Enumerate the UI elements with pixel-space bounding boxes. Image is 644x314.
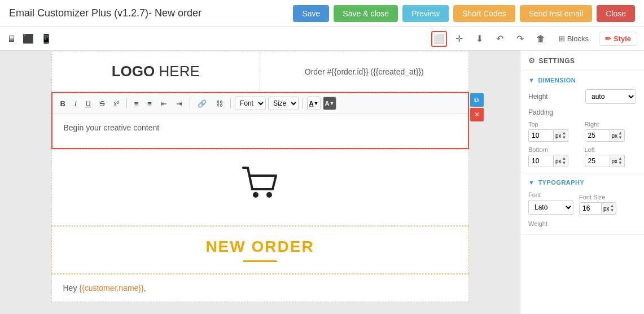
typography-section: ▼ TYPOGRAPHY Font Lato Font Size [520,173,644,235]
indent-increase-button[interactable]: ⇥ [173,98,186,109]
typography-subsection: ▼ TYPOGRAPHY Font Lato Font Size [520,173,644,234]
padding-left-label: Left [585,146,637,153]
padding-label: Padding [528,108,636,116]
tab-blocks[interactable]: ⊞ Blocks [553,32,594,45]
unlink-button[interactable]: ⛓ [212,98,226,109]
dimension-subsection: ▼ DIMENSION Height auto Padding Top [520,71,644,173]
height-row: Height auto [528,89,636,104]
padding-bottom-item: Bottom px ▲ ▼ [528,146,580,167]
block-copy-icon[interactable]: ⧉ [470,93,484,107]
preview-button[interactable]: Preview [402,5,449,22]
font-family-select[interactable]: Lato [528,200,573,215]
padding-grid: Top px ▲ ▼ [528,121,636,167]
mobile-icon[interactable]: 📱 [41,33,52,44]
top-bar: Email Customizer Plus (v1.2.7)- New orde… [0,0,644,27]
padding-top-input[interactable] [528,129,554,142]
new-order-underline [243,260,277,262]
size-select[interactable]: Size [268,97,299,110]
toolbar-separator-4 [303,98,303,108]
padding-right-item: Right px ▲ ▼ [585,121,637,142]
customer-text: Hey {{customer.name}}, [63,284,457,293]
customer-name-var: {{customer.name}} [79,284,143,293]
padding-bottom-down[interactable]: ▼ [562,161,567,165]
edit-tools: ⬜ ✛ ⬇ ↶ ↷ 🗑 ⊞ Blocks ✏ Style [431,31,637,47]
font-row: Font Lato Font Size px ▲ [528,191,636,215]
panel-tabs: ⊞ Blocks ✏ Style [553,32,637,46]
font-size-input[interactable] [579,202,602,215]
padding-right-input[interactable] [585,129,610,142]
padding-top-down[interactable]: ▼ [562,136,567,140]
delete-tool[interactable]: 🗑 [533,31,549,47]
chevron-down-icon: ▼ [528,77,535,84]
typography-header[interactable]: ▼ TYPOGRAPHY [528,179,636,186]
padding-top-unit: px ▲ ▼ [554,129,568,142]
gear-icon: ⚙ [528,56,536,65]
padding-top-item: Top px ▲ ▼ [528,121,580,142]
cart-section [51,149,469,226]
email-top-row: LOGO HERE Order #{{order.id}} ({{created… [51,51,469,92]
font-color-button[interactable]: A ▼ [307,97,321,110]
padding-right-down[interactable]: ▼ [618,136,623,140]
redo-tool[interactable]: ↷ [512,31,528,47]
height-select[interactable]: auto [585,89,636,104]
superscript-button[interactable]: x² [111,99,122,108]
device-bar: 🖥 ⬛ 📱 ⬜ ✛ ⬇ ↶ ↷ 🗑 ⊞ Blocks ✏ Style [0,27,644,51]
padding-bottom-label: Bottom [528,146,580,153]
close-button[interactable]: Close [597,5,635,22]
email-container: LOGO HERE Order #{{order.id}} ({{created… [51,51,469,302]
new-order-title: NEW ORDER [63,238,457,256]
strikethrough-button[interactable]: S [97,98,108,109]
short-codes-button[interactable]: Short Codes [453,5,515,22]
text-toolbar: B I U S x² ≡ ≡ ⇤ ⇥ 🔗 ⛓ Font [52,93,468,114]
italic-button[interactable]: I [71,98,80,109]
font-size-down[interactable]: ▼ [610,208,615,213]
dimension-header[interactable]: ▼ DIMENSION [528,77,636,84]
new-order-section: NEW ORDER [51,226,469,274]
customer-section: Hey {{customer.name}}, [51,274,469,302]
indent-decrease-button[interactable]: ⇤ [157,98,170,109]
blocks-grid-icon: ⊞ [559,34,565,43]
selection-tool[interactable]: ⬜ [431,31,447,47]
undo-tool[interactable]: ↶ [492,31,508,47]
link-button[interactable]: 🔗 [194,98,210,109]
padding-left-down[interactable]: ▼ [618,161,623,165]
bold-button[interactable]: B [57,98,69,109]
tab-style[interactable]: ✏ Style [599,32,637,46]
weight-label: Weight [528,220,636,227]
underline-button[interactable]: U [82,98,94,109]
canvas-area[interactable]: LOGO HERE Order #{{order.id}} ({{created… [0,51,520,314]
text-content[interactable]: Begin your creative content [52,114,468,148]
bg-color-button[interactable]: A ▼ [323,97,336,110]
padding-bottom-input[interactable] [528,155,554,167]
padding-right-unit: px ▲ ▼ [610,129,625,142]
text-editor-block: B I U S x² ≡ ≡ ⇤ ⇥ 🔗 ⛓ Font [51,92,469,149]
app-title: Email Customizer Plus (v1.2.7)- New orde… [9,7,201,19]
font-size-col-label: Font Size [579,194,616,200]
padding-left-unit: px ▲ ▼ [610,155,625,167]
tablet-icon[interactable]: ⬛ [23,33,34,44]
font-select[interactable]: Font [235,97,266,110]
block-side-icons: ⧉ ✕ [470,93,484,121]
toolbar-separator-2 [190,98,190,108]
right-panel: ⚙ SETTINGS ▼ DIMENSION Height auto P [520,51,644,314]
save-close-button[interactable]: Save & close [334,5,398,22]
unordered-list-button[interactable]: ≡ [144,98,155,109]
move-tool[interactable]: ✛ [452,31,467,47]
padding-left-input[interactable] [585,155,610,167]
svg-point-0 [253,192,259,198]
order-section: Order #{{order.id}} ({{created_at}}) [260,51,468,91]
svg-point-1 [266,192,272,198]
desktop-icon[interactable]: 🖥 [7,34,16,44]
dimension-section: ▼ DIMENSION Height auto Padding Top [520,71,644,173]
send-test-button[interactable]: Send test email [520,5,593,22]
settings-header[interactable]: ⚙ SETTINGS [520,51,644,71]
height-label: Height [528,93,548,101]
toolbar-separator-1 [126,98,127,108]
download-tool[interactable]: ⬇ [472,31,488,47]
save-button[interactable]: Save [293,5,329,22]
block-delete-icon[interactable]: ✕ [470,108,484,121]
cart-icon [238,161,283,214]
ordered-list-button[interactable]: ≡ [131,98,142,109]
logo-text: LOGO HERE [112,63,200,80]
font-size-unit: px ▲ ▼ [602,202,616,215]
